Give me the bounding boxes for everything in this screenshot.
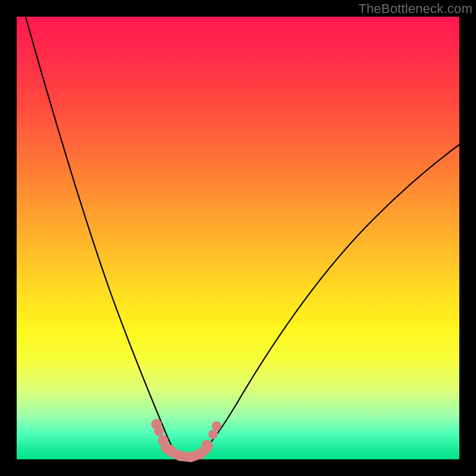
left-curve	[26, 17, 182, 458]
marker-dot	[212, 421, 221, 431]
marker-dot	[185, 452, 196, 462]
curve-layer	[17, 17, 459, 459]
marker-dot	[165, 444, 176, 455]
marker-dot	[208, 430, 218, 439]
right-curve	[195, 145, 459, 458]
outer-frame: TheBottleneck.com	[0, 0, 476, 476]
marker-dot	[154, 427, 164, 436]
marker-dot	[158, 435, 168, 446]
plot-area	[17, 17, 459, 459]
marker-dot	[202, 440, 212, 450]
marker-dot	[195, 449, 205, 459]
marker-dot	[175, 450, 186, 461]
watermark-text: TheBottleneck.com	[358, 1, 472, 17]
